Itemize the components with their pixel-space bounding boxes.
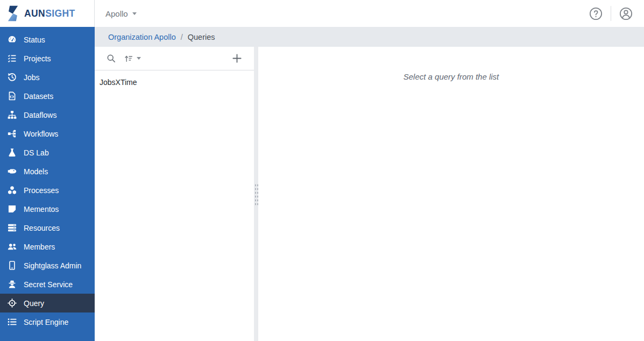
body-row: Status Projects <box>0 27 644 341</box>
sidebar-item-label: Members <box>24 243 55 251</box>
cubes-icon <box>7 186 17 195</box>
sticky-note-icon <box>7 204 17 214</box>
help-icon <box>589 7 603 20</box>
sidebar-item-label: Status <box>24 35 45 44</box>
sidebar-item-query[interactable]: Query <box>0 294 95 312</box>
sidebar-item-status[interactable]: Status <box>0 30 95 49</box>
help-button[interactable] <box>589 7 603 20</box>
query-list-toolbar <box>95 47 254 70</box>
sidebar-item-secret-service[interactable]: Secret Service <box>0 275 95 294</box>
gauge-icon <box>7 35 17 44</box>
sidebar-item-label: Models <box>24 167 48 176</box>
spy-icon <box>7 280 17 289</box>
sidebar-item-label: Secret Service <box>24 280 73 289</box>
plus-icon <box>232 53 242 63</box>
sidebar-item-label: DS Lab <box>24 148 49 157</box>
query-list-panel: JobsXTime <box>95 47 254 341</box>
wordmark-primary: AUN <box>24 8 45 19</box>
sort-dropdown-button[interactable] <box>124 54 141 63</box>
query-list: JobsXTime <box>95 70 254 90</box>
sidebar-item-label: Mementos <box>24 205 59 214</box>
workflow-nodes-icon <box>7 129 17 138</box>
topbar-spacer <box>147 0 589 27</box>
bullet-list-icon <box>7 317 17 326</box>
breadcrumb: Organization Apollo / Queries <box>95 27 644 47</box>
sidebar-item-label: Query <box>24 299 44 308</box>
sidebar-item-dataflows[interactable]: Dataflows <box>0 105 95 124</box>
wordmark-secondary: SIGHT <box>45 8 75 19</box>
query-detail-panel: Select a query from the list <box>258 47 644 341</box>
sidebar-nav: Status Projects <box>0 27 95 341</box>
user-icon <box>619 7 633 20</box>
topbar-actions <box>589 0 644 27</box>
drag-grip-icon <box>254 183 258 205</box>
topbar-divider <box>611 6 611 21</box>
brand-logo[interactable]: AUNSIGHT <box>0 0 95 27</box>
sidebar-item-workflows[interactable]: Workflows <box>0 124 95 143</box>
breadcrumb-current: Queries <box>188 33 215 41</box>
sidebar-item-members[interactable]: Members <box>0 237 95 256</box>
panels-row: JobsXTime Select a query from the list <box>95 47 644 341</box>
users-icon <box>7 242 17 251</box>
shuttle-icon <box>7 167 17 176</box>
crosshair-icon <box>7 299 17 308</box>
caret-down-icon <box>132 12 137 15</box>
file-code-icon <box>7 91 17 101</box>
sidebar-item-label: Jobs <box>24 73 40 82</box>
search-button[interactable] <box>107 54 116 63</box>
sidebar-item-label: Datasets <box>24 92 53 101</box>
search-icon <box>107 54 116 63</box>
brand-wordmark: AUNSIGHT <box>24 8 75 19</box>
sort-icon <box>124 54 133 63</box>
sidebar-item-label: Processes <box>24 186 59 195</box>
sidebar-item-label: Sightglass Admin <box>24 261 81 270</box>
sidebar-item-label: Dataflows <box>24 111 56 119</box>
sidebar-item-models[interactable]: Models <box>0 162 95 181</box>
sidebar-item-projects[interactable]: Projects <box>0 49 95 68</box>
breadcrumb-separator: / <box>181 33 183 41</box>
sidebar-item-script-engine[interactable]: Script Engine <box>0 312 95 331</box>
sidebar-item-ds-lab[interactable]: DS Lab <box>0 143 95 162</box>
add-query-button[interactable] <box>232 53 242 63</box>
history-icon <box>7 73 17 82</box>
sidebar-item-sightglass-admin[interactable]: Sightglass Admin <box>0 256 95 275</box>
breadcrumb-parent-link[interactable]: Organization Apollo <box>108 33 176 41</box>
sidebar-item-label: Projects <box>24 54 51 63</box>
org-selector-dropdown[interactable]: Apollo <box>95 0 147 27</box>
panel-resize-splitter[interactable] <box>254 47 258 341</box>
flask-icon <box>7 148 17 157</box>
query-list-item[interactable]: JobsXTime <box>95 74 254 90</box>
empty-state-message: Select a query from the list <box>404 72 499 81</box>
sidebar-item-jobs[interactable]: Jobs <box>0 68 95 87</box>
user-menu-button[interactable] <box>619 7 633 20</box>
app-window: AUNSIGHT Apollo <box>0 0 644 341</box>
sidebar-item-mementos[interactable]: Mementos <box>0 200 95 218</box>
topbar: AUNSIGHT Apollo <box>0 0 644 27</box>
server-icon <box>7 223 17 232</box>
sidebar-item-datasets[interactable]: Datasets <box>0 87 95 105</box>
tablet-icon <box>7 261 17 270</box>
content-column: Organization Apollo / Queries <box>95 27 644 341</box>
sitemap-icon <box>7 110 17 119</box>
tasks-icon <box>7 54 17 63</box>
aunsight-logo-icon <box>5 5 21 22</box>
caret-down-icon <box>137 57 141 60</box>
sidebar-item-label: Script Engine <box>24 318 68 326</box>
org-selector-label: Apollo <box>105 9 128 18</box>
sidebar-item-processes[interactable]: Processes <box>0 181 95 200</box>
sidebar-item-resources[interactable]: Resources <box>0 218 95 237</box>
sidebar-item-label: Workflows <box>24 130 58 138</box>
sidebar-item-label: Resources <box>24 224 60 232</box>
